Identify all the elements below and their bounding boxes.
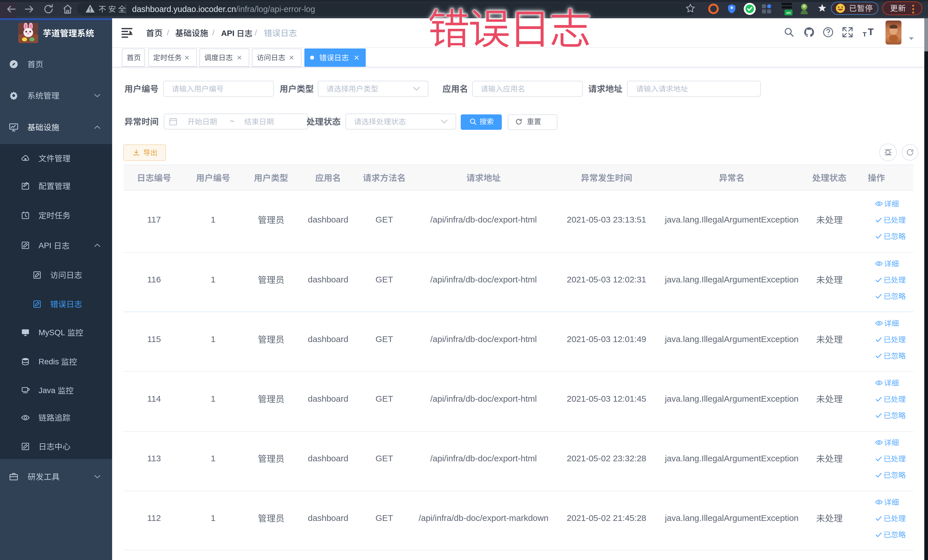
svg-text:on: on	[786, 11, 791, 15]
